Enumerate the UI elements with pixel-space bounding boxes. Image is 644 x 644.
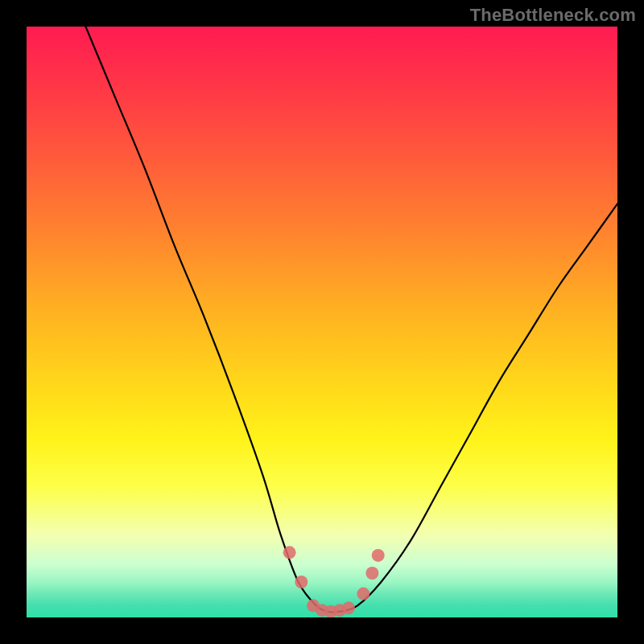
marker-dot xyxy=(295,576,308,588)
marker-dot xyxy=(283,546,296,559)
highlight-markers xyxy=(283,546,385,617)
watermark-text: TheBottleneck.com xyxy=(470,5,636,26)
plot-area xyxy=(27,27,617,617)
chart-frame: TheBottleneck.com xyxy=(0,0,644,644)
marker-dot xyxy=(365,567,378,580)
chart-svg xyxy=(27,27,617,617)
marker-dot xyxy=(357,588,369,601)
bottleneck-curve xyxy=(85,27,617,613)
marker-dot xyxy=(372,549,385,562)
marker-dot xyxy=(342,601,355,614)
